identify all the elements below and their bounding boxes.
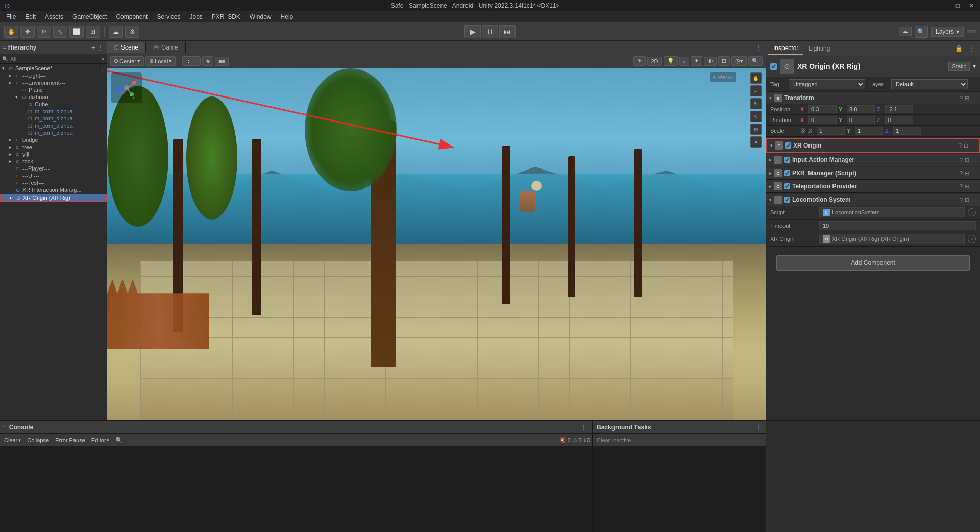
lighting-toggle-btn[interactable]: 💡 xyxy=(664,56,678,66)
scene-panel-menu[interactable]: ⋮ xyxy=(751,44,766,51)
pos-z-input[interactable] xyxy=(885,105,913,113)
scale-y-input[interactable] xyxy=(855,127,883,135)
pxr-manager-menu[interactable]: ⋮ xyxy=(971,170,977,177)
tab-scene[interactable]: ⬡ Scene xyxy=(107,42,146,53)
bg-tasks-menu[interactable]: ⋮ xyxy=(755,424,762,431)
play-button[interactable]: ▶ xyxy=(464,25,481,38)
locomotion-enable[interactable] xyxy=(784,197,790,203)
object-active-checkbox[interactable] xyxy=(770,63,777,70)
pos-y-input[interactable] xyxy=(847,105,875,113)
list-item[interactable]: ▸ □ yiji xyxy=(0,151,107,158)
list-item[interactable]: □ Cube xyxy=(0,101,107,108)
locomotion-menu[interactable]: ⋮ xyxy=(971,197,977,203)
menu-window[interactable]: Window xyxy=(246,12,276,21)
list-item[interactable]: □ ---UI--- xyxy=(0,172,107,179)
xr-origin-expand-icon[interactable]: ⊟ xyxy=(964,142,968,149)
rect-tool-btn[interactable]: ⬜ xyxy=(69,26,84,38)
script-circle-btn[interactable]: ○ xyxy=(968,208,976,216)
hierarchy-menu-btn[interactable]: ⋮ xyxy=(97,44,104,51)
input-action-enable[interactable] xyxy=(784,157,790,163)
list-item[interactable]: □ Plane xyxy=(0,86,107,93)
hand-tool-btn[interactable]: ✋ xyxy=(4,26,18,38)
list-item[interactable]: ▸ □ tree xyxy=(0,143,107,151)
scene-viewport[interactable]: < Persp X Y Z xyxy=(107,68,766,420)
pxr-manager-help[interactable]: ? xyxy=(960,170,963,176)
scene-settings-btn[interactable]: ⊟ xyxy=(718,56,730,66)
menu-gameobject[interactable]: GameObject xyxy=(68,12,111,21)
menu-help[interactable]: Help xyxy=(277,12,298,21)
teleport-enable[interactable] xyxy=(784,183,790,189)
teleport-help[interactable]: ? xyxy=(960,183,963,189)
move-tool-btn[interactable]: ✥ xyxy=(20,26,35,38)
list-item[interactable]: □ ---Test--- xyxy=(0,179,107,186)
list-item[interactable]: ▾ ⊙ SampleScene* ⋮ xyxy=(0,65,107,72)
hierarchy-search-input[interactable] xyxy=(10,56,99,62)
search-btn[interactable]: 🔍 xyxy=(915,26,928,38)
transform-help-icon[interactable]: ? xyxy=(960,95,963,101)
pxr-manager-header[interactable]: ▸ ⊙ PXR_Manager (Script) ? ⊟ ⋮ xyxy=(766,167,980,179)
minimize-btn[interactable]: ─ xyxy=(940,2,949,9)
rot-x-input[interactable] xyxy=(808,116,837,124)
transform-tool-btn[interactable]: ⊞ xyxy=(86,26,100,38)
grid-snap-btn[interactable]: ⋮⋮ xyxy=(182,56,201,66)
scene-gizmo[interactable]: X Y Z xyxy=(111,72,142,103)
xr-origin-enable-checkbox[interactable] xyxy=(785,142,791,149)
locomotion-help[interactable]: ? xyxy=(960,197,963,203)
collab-btn[interactable]: ☁ xyxy=(899,27,912,36)
rot-z-input[interactable] xyxy=(885,116,913,124)
menu-assets[interactable]: Assets xyxy=(41,12,67,21)
scene-tool-3[interactable]: ↻ xyxy=(750,98,762,109)
rotate-tool-btn[interactable]: ↻ xyxy=(37,26,51,38)
script-value-field[interactable]: C LocomotionSystem xyxy=(819,207,965,217)
scale-x-input[interactable] xyxy=(817,127,845,135)
teleport-menu[interactable]: ⋮ xyxy=(971,183,977,190)
search-scene-btn[interactable]: 🔍 xyxy=(748,56,763,66)
object-name-input[interactable] xyxy=(797,62,945,70)
console-editor-btn[interactable]: Editor ▾ xyxy=(89,437,111,443)
input-action-help[interactable]: ? xyxy=(960,157,963,163)
tab-lighting[interactable]: Lighting xyxy=(803,43,835,54)
cloud-btn[interactable]: ☁ xyxy=(109,26,123,38)
list-item[interactable]: ◫ m_com_dizhua xyxy=(0,122,107,129)
layout-dropdown[interactable]: Layout xyxy=(967,30,976,33)
menu-edit[interactable]: Edit xyxy=(21,12,40,21)
maximize-btn[interactable]: □ xyxy=(954,2,962,9)
hierarchy-add-btn[interactable]: + xyxy=(91,43,95,52)
menu-file[interactable]: File xyxy=(2,12,20,21)
scene-tool-4[interactable]: ⤡ xyxy=(750,111,762,122)
vertex-snap-btn[interactable]: ◈ xyxy=(202,56,213,66)
clear-inactive-btn[interactable]: Clear Inactive xyxy=(597,437,631,443)
rot-y-input[interactable] xyxy=(847,116,875,124)
gizmos-btn[interactable]: ◎▾ xyxy=(731,56,747,66)
menu-jobs[interactable]: Jobs xyxy=(185,12,206,21)
list-item[interactable]: ▸ □ rock xyxy=(0,158,107,165)
menu-pxr-sdk[interactable]: PXR_SDK xyxy=(208,12,244,21)
console-clear-btn[interactable]: Clear ▾ xyxy=(2,437,23,443)
scale-z-input[interactable] xyxy=(893,127,921,135)
menu-services[interactable]: Services xyxy=(153,12,184,21)
layer-dropdown[interactable]: Default xyxy=(891,79,968,89)
pause-button[interactable]: ⏸ xyxy=(482,25,498,38)
transform-menu-icon[interactable]: ⋮ xyxy=(971,95,977,102)
console-menu[interactable]: ⋮ xyxy=(579,424,589,431)
close-btn[interactable]: ✕ xyxy=(967,2,976,9)
shading-btn[interactable]: ☀ xyxy=(633,56,646,66)
pos-x-input[interactable] xyxy=(808,105,837,113)
xr-origin-menu-icon[interactable]: ⋮ xyxy=(970,142,976,149)
2d-btn[interactable]: 2D xyxy=(647,57,662,66)
inspector-lock-btn[interactable]: 🔒 xyxy=(952,45,966,52)
transform-header[interactable]: ▾ ⊕ Transform ? ⊟ ⋮ xyxy=(766,92,980,104)
xr-origin-circle-btn[interactable]: ○ xyxy=(968,235,976,243)
audio-btn[interactable]: ♪ xyxy=(679,57,690,66)
xr-origin-help-icon[interactable]: ? xyxy=(959,142,962,149)
layers-dropdown[interactable]: Layers ▾ xyxy=(931,27,964,37)
settings-btn[interactable]: ⚙ xyxy=(125,26,139,38)
pxr-manager-expand[interactable]: ⊟ xyxy=(965,170,969,177)
scene-tool-6[interactable]: ✕ xyxy=(750,136,762,148)
tab-game[interactable]: 🎮 Game xyxy=(146,42,186,53)
xr-origin-component-header[interactable]: ▾ ⊙ XR Origin ? ⊟ ⋮ xyxy=(767,139,979,152)
list-item[interactable]: ◫ m_com_dizhua xyxy=(0,115,107,122)
step-button[interactable]: ⏭ xyxy=(499,25,516,38)
add-component-button[interactable]: Add Component xyxy=(776,255,970,271)
pxr-manager-enable[interactable] xyxy=(784,170,790,176)
